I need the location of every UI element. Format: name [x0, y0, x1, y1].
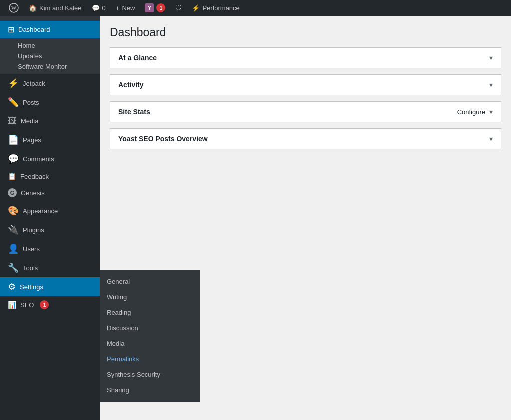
- plus-icon: +: [116, 4, 120, 12]
- posts-icon: ✏️: [8, 97, 19, 108]
- settings-icon: ⚙: [8, 281, 16, 292]
- widget-yoast-seo[interactable]: Yoast SEO Posts Overview ▾: [110, 128, 501, 149]
- dropdown-item-discussion[interactable]: Discussion: [100, 320, 200, 336]
- genesis-icon: G: [8, 188, 17, 197]
- widget-at-a-glance-controls: ▾: [489, 54, 493, 62]
- dropdown-item-synthesis-security[interactable]: Synthesis Security: [100, 367, 200, 382]
- dashboard-submenu: Home Updates Software Monitor: [0, 38, 100, 74]
- chevron-down-icon: ▾: [489, 135, 493, 143]
- shield-button[interactable]: 🛡: [170, 0, 187, 16]
- sidebar-item-users[interactable]: 👤 Users: [0, 239, 100, 258]
- widget-activity-title: Activity: [118, 81, 144, 89]
- dashboard-section: ⊞ Dashboard Home Updates Software Monito…: [0, 16, 100, 74]
- sidebar-item-settings[interactable]: ⚙ Settings: [0, 277, 100, 296]
- configure-link[interactable]: Configure: [457, 108, 485, 116]
- dropdown-item-media[interactable]: Media: [100, 336, 200, 351]
- sidebar-home-link[interactable]: Home: [0, 40, 100, 51]
- chevron-down-icon: ▾: [489, 81, 493, 89]
- widget-activity[interactable]: Activity ▾: [110, 74, 501, 95]
- yoast-icon: Y: [145, 3, 154, 12]
- sidebar-item-genesis[interactable]: G Genesis: [0, 184, 100, 201]
- feedback-icon: 📋: [8, 172, 16, 180]
- tools-icon: 🔧: [8, 262, 19, 273]
- wp-logo-button[interactable]: W: [4, 0, 24, 16]
- settings-dropdown-menu: General Writing Reading Discussion Media…: [100, 270, 200, 402]
- chevron-down-icon: ▾: [489, 54, 493, 62]
- performance-icon: ⚡: [192, 4, 200, 12]
- sidebar-item-dashboard[interactable]: ⊞ Dashboard: [0, 21, 100, 38]
- site-name-button[interactable]: 🏠 Kim and Kalee: [24, 0, 87, 16]
- sidebar-item-media[interactable]: 🖼 Media: [0, 112, 100, 130]
- sidebar-item-plugins[interactable]: 🔌 Plugins: [0, 220, 100, 239]
- sidebar-software-monitor-link[interactable]: Software Monitor: [0, 61, 100, 72]
- sidebar: ⊞ Dashboard Home Updates Software Monito…: [0, 16, 100, 420]
- comment-icon: 💬: [92, 4, 100, 12]
- performance-button[interactable]: ⚡ Performance: [187, 0, 244, 16]
- dropdown-item-reading[interactable]: Reading: [100, 305, 200, 320]
- sidebar-item-feedback[interactable]: 📋 Feedback: [0, 168, 100, 184]
- home-icon: 🏠: [29, 4, 37, 12]
- comments-icon: 💬: [8, 153, 19, 164]
- seo-badge: 1: [40, 300, 49, 309]
- sidebar-item-posts[interactable]: ✏️ Posts: [0, 93, 100, 112]
- chevron-down-icon: ▾: [489, 108, 493, 116]
- media-icon: 🖼: [8, 116, 17, 126]
- widget-at-a-glance[interactable]: At a Glance ▾: [110, 47, 501, 68]
- dropdown-item-permalinks[interactable]: Permalinks: [100, 351, 200, 367]
- yoast-badge: 1: [156, 3, 165, 12]
- sidebar-item-tools[interactable]: 🔧 Tools: [0, 258, 100, 277]
- users-icon: 👤: [8, 243, 19, 254]
- jetpack-icon: ⚡: [8, 78, 19, 89]
- svg-text:W: W: [11, 5, 17, 11]
- sidebar-item-appearance[interactable]: 🎨 Appearance: [0, 201, 100, 220]
- pages-icon: 📄: [8, 134, 19, 145]
- widget-site-stats-title: Site Stats: [118, 108, 150, 116]
- plugins-icon: 🔌: [8, 224, 19, 235]
- seo-icon: 📊: [8, 301, 16, 309]
- sidebar-item-pages[interactable]: 📄 Pages: [0, 130, 100, 149]
- shield-icon: 🛡: [175, 4, 182, 12]
- widget-site-stats-controls: Configure ▾: [457, 108, 493, 116]
- yoast-button[interactable]: Y 1: [140, 0, 170, 16]
- widget-at-a-glance-title: At a Glance: [118, 54, 157, 62]
- appearance-icon: 🎨: [8, 205, 19, 216]
- main-layout: ⊞ Dashboard Home Updates Software Monito…: [0, 16, 511, 420]
- admin-bar: W 🏠 Kim and Kalee 💬 0 + New Y 1 🛡 ⚡ Perf…: [0, 0, 511, 16]
- widget-activity-controls: ▾: [489, 81, 493, 89]
- sidebar-item-comments[interactable]: 💬 Comments: [0, 149, 100, 168]
- dashboard-icon: ⊞: [8, 25, 14, 34]
- widget-site-stats[interactable]: Site Stats Configure ▾: [110, 101, 501, 122]
- widget-yoast-seo-controls: ▾: [489, 135, 493, 143]
- dropdown-item-sharing[interactable]: Sharing: [100, 382, 200, 398]
- widget-yoast-seo-title: Yoast SEO Posts Overview: [118, 135, 208, 143]
- new-content-button[interactable]: + New: [111, 0, 140, 16]
- dropdown-item-general[interactable]: General: [100, 274, 200, 289]
- sidebar-item-jetpack[interactable]: ⚡ Jetpack: [0, 74, 100, 93]
- page-title: Dashboard: [110, 26, 501, 39]
- comments-button[interactable]: 💬 0: [87, 0, 111, 16]
- dropdown-item-writing[interactable]: Writing: [100, 289, 200, 305]
- sidebar-updates-link[interactable]: Updates: [0, 51, 100, 61]
- sidebar-item-seo[interactable]: 📊 SEO 1: [0, 296, 100, 313]
